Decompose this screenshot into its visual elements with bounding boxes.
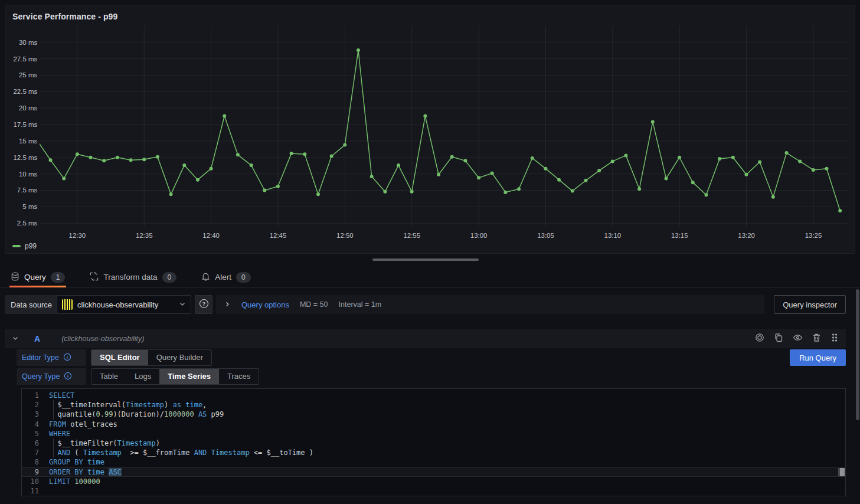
svg-text:?: ? [202, 300, 205, 307]
question-circle-icon: ? [199, 299, 209, 311]
query-type-row: Query Type TableLogsTime SeriesTraces [17, 368, 259, 385]
svg-text:27.5 ms: 27.5 ms [13, 55, 37, 63]
transform-icon [90, 272, 99, 283]
svg-text:13:00: 13:00 [470, 232, 488, 239]
legend-item-p99[interactable]: p99 [12, 242, 37, 250]
sql-line-9: 9ORDER BY time ASC [22, 467, 845, 477]
chevron-down-icon [179, 299, 186, 310]
svg-text:30 ms: 30 ms [19, 39, 37, 46]
svg-text:13:20: 13:20 [738, 232, 755, 239]
query-ref-id: A [34, 334, 40, 343]
legend-series-color [12, 245, 21, 247]
tab-query[interactable]: Query 1 [9, 267, 66, 287]
query-type-option-time-series[interactable]: Time Series [159, 369, 219, 384]
sql-line-4: 4FROM otel_traces [22, 420, 845, 429]
query-type-option-logs[interactable]: Logs [126, 369, 159, 384]
editor-type-segmented: SQL EditorQuery Builder [91, 349, 212, 366]
tab-alert-label: Alert [215, 273, 231, 282]
page-scrollbar-thumb[interactable] [856, 289, 859, 420]
svg-text:12.5 ms: 12.5 ms [13, 154, 37, 161]
drag-handle-icon[interactable] [830, 333, 839, 345]
svg-text:12:45: 12:45 [270, 232, 287, 239]
query-options-toggle[interactable]: Query options MD = 50 Interval = 1m [216, 295, 764, 314]
editor-type-label-text: Editor Type [22, 354, 59, 362]
svg-text:5 ms: 5 ms [22, 203, 37, 210]
svg-text:13:15: 13:15 [671, 232, 688, 239]
editor-type-option-query-builder[interactable]: Query Builder [148, 350, 211, 365]
info-circle-icon [63, 353, 71, 363]
tab-transform-label: Transform data [103, 273, 157, 282]
editor-tabs: Query 1 Transform data 0 Alert 0 [0, 267, 860, 288]
svg-text:13:05: 13:05 [537, 232, 554, 239]
query-type-option-table[interactable]: Table [91, 369, 126, 384]
tab-transform-count: 0 [162, 272, 177, 283]
timeseries-panel: 30 ms27.5 ms25 ms22.5 ms20 ms17.5 ms15 m… [5, 5, 855, 254]
eye-icon[interactable] [793, 333, 803, 345]
sql-line-1: 1SELECT [22, 391, 845, 400]
query-type-option-traces[interactable]: Traces [219, 369, 259, 384]
sql-line-11: 11 [22, 486, 845, 496]
datasource-name: clickhouse-observability [77, 300, 174, 309]
svg-text:7.5 ms: 7.5 ms [17, 186, 38, 194]
query-type-segmented: TableLogsTime SeriesTraces [91, 368, 259, 385]
svg-text:20 ms: 20 ms [19, 104, 37, 112]
legend-label: p99 [25, 242, 37, 250]
collapse-chevron-icon[interactable] [12, 333, 19, 344]
svg-text:2.5 ms: 2.5 ms [17, 220, 38, 227]
query-inspector-button[interactable]: Query inspector [774, 295, 846, 314]
sql-line-3: 3 quantile(0.99)(Duration)/1000000 AS p9… [22, 410, 845, 419]
max-data-points: MD = 50 [300, 300, 328, 309]
editor-type-option-sql-editor[interactable]: SQL Editor [91, 350, 148, 365]
tab-alert[interactable]: Alert 0 [200, 267, 251, 287]
svg-text:15 ms: 15 ms [19, 138, 37, 145]
editor-type-label: Editor Type [17, 349, 86, 366]
sql-line-10: 10LIMIT 100000 [22, 477, 845, 486]
svg-text:12:35: 12:35 [136, 232, 153, 239]
query-type-label-text: Query Type [22, 372, 60, 381]
svg-text:17.5 ms: 17.5 ms [13, 121, 37, 128]
query-datasource-subtitle: (clickhouse-observability) [61, 335, 749, 343]
tab-query-label: Query [24, 273, 46, 282]
timeseries-chart[interactable]: 30 ms27.5 ms25 ms22.5 ms20 ms17.5 ms15 m… [5, 5, 855, 253]
svg-text:10 ms: 10 ms [19, 171, 37, 178]
datasource-picker[interactable]: clickhouse-observability [57, 295, 191, 314]
svg-text:12:30: 12:30 [69, 232, 86, 239]
panel-resize-handle[interactable] [372, 258, 479, 261]
interval-value: Interval = 1m [339, 300, 382, 309]
svg-text:13:25: 13:25 [805, 232, 822, 239]
copy-icon[interactable] [774, 333, 783, 345]
svg-text:12:40: 12:40 [202, 232, 220, 239]
circle-ring-icon[interactable] [755, 333, 764, 345]
sql-line-5: 5WHERE [22, 429, 845, 438]
svg-text:25 ms: 25 ms [19, 71, 37, 78]
svg-text:12:55: 12:55 [403, 232, 420, 239]
trash-icon[interactable] [812, 333, 821, 345]
info-circle-icon [64, 372, 72, 382]
clickhouse-icon [62, 299, 73, 310]
sql-line-6: 6 $__timeFilter(Timestamp) [22, 438, 845, 448]
sql-line-2: 2 $__timeInterval(Timestamp) as time, [22, 400, 845, 410]
run-query-button[interactable]: Run Query [790, 349, 846, 366]
datasource-row: Data source clickhouse-observability ? Q… [5, 295, 846, 314]
tab-transform-data[interactable]: Transform data 0 [89, 267, 178, 287]
sql-line-7: 7 AND ( Timestamp >= $__fromTime AND Tim… [22, 448, 845, 457]
panel-title: Service Performance - p99 [12, 12, 117, 21]
query-type-label: Query Type [17, 368, 86, 385]
query-options-label: Query options [241, 300, 289, 309]
datasource-label: Data source [5, 295, 58, 314]
tab-query-count: 1 [51, 272, 66, 283]
grafana-panel-editor: 30 ms27.5 ms25 ms22.5 ms20 ms17.5 ms15 m… [0, 0, 860, 504]
svg-text:22.5 ms: 22.5 ms [13, 88, 37, 95]
sql-code-editor[interactable]: 1SELECT2 $__timeInterval(Timestamp) as t… [21, 388, 846, 496]
datasource-help-button[interactable]: ? [195, 295, 212, 314]
database-icon [11, 272, 19, 283]
tab-alert-count: 0 [236, 272, 251, 283]
bell-icon [201, 272, 210, 283]
sql-line-8: 8GROUP BY time [22, 457, 845, 467]
query-row-header: A (clickhouse-observability) [5, 329, 846, 348]
editor-type-row: Editor Type SQL EditorQuery Builder [17, 349, 212, 366]
svg-text:13:10: 13:10 [604, 232, 622, 239]
overview-ruler-cursor [838, 468, 845, 476]
chevron-right-icon [224, 299, 231, 310]
svg-text:12:50: 12:50 [336, 232, 354, 239]
